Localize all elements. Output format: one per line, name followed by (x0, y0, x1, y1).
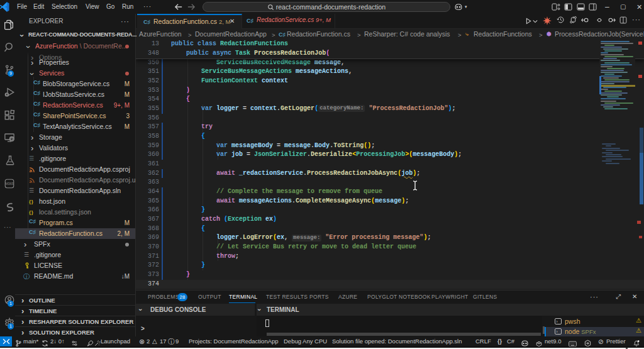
svg-text:M365: M365 (5, 182, 13, 186)
